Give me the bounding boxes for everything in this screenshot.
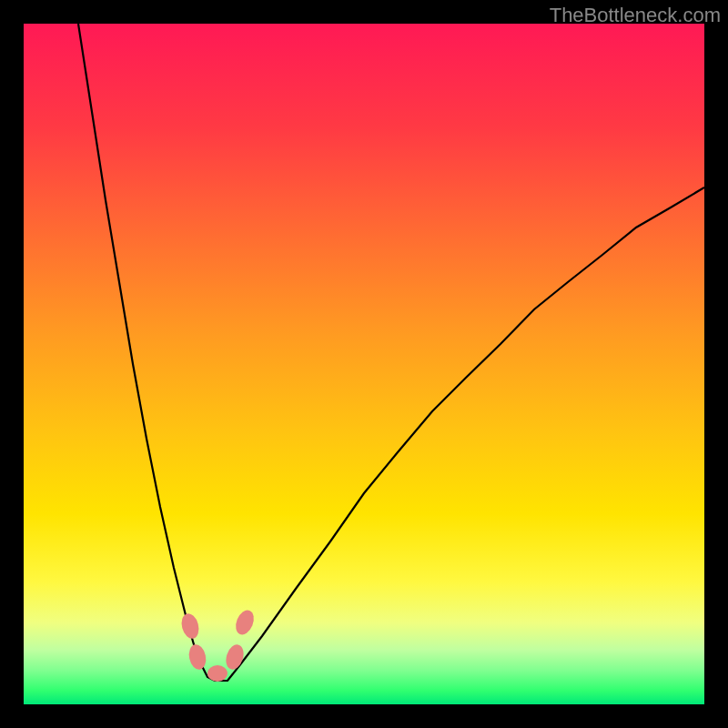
chart-container: TheBottleneck.com (0, 0, 728, 728)
bottleneck-curve-svg (24, 24, 704, 704)
marker-dot (232, 608, 257, 638)
curve-path (78, 24, 704, 681)
marker-dot (187, 642, 207, 671)
chart-plot-area (24, 24, 704, 704)
marker-dot (179, 612, 202, 641)
watermark-text: TheBottleneck.com (550, 4, 721, 27)
marker-dot (207, 665, 228, 682)
marker-dot (223, 642, 247, 672)
